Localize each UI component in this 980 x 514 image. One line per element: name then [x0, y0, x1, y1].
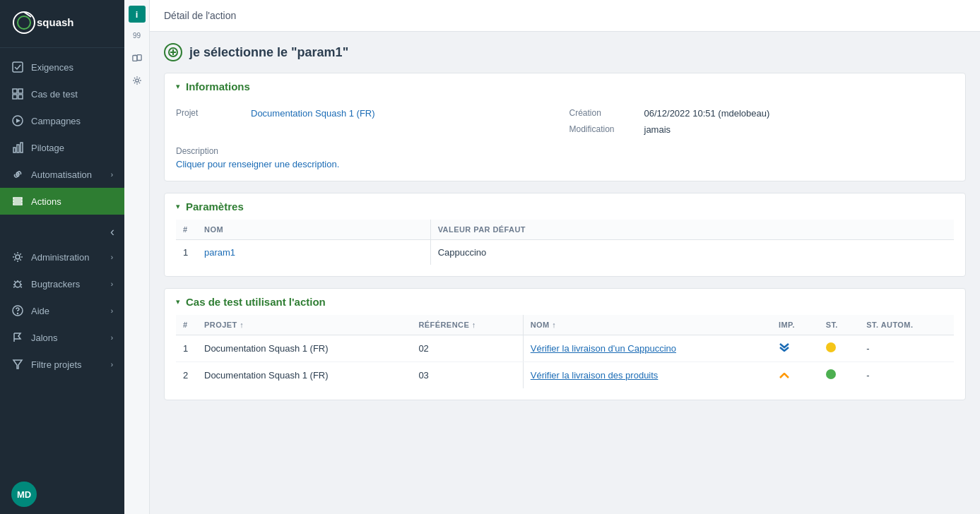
- svg-point-0: [13, 12, 35, 33]
- ct-row1-link[interactable]: Vérifier la livraison d'un Cappuccino: [531, 343, 676, 354]
- bugtrackers-arrow: ›: [111, 280, 113, 288]
- action-title-row: je sélectionne le "param1": [164, 43, 966, 61]
- parametres-table: # NOM VALEUR PAR DÉFAUT 1 param1 Cappucc…: [176, 220, 954, 265]
- settings-icon: [11, 251, 24, 263]
- svg-rect-23: [137, 55, 141, 61]
- gear2-icon-btn[interactable]: [127, 71, 147, 90]
- param-row-valeur: Cappuccino: [430, 240, 954, 265]
- svg-rect-14: [13, 198, 22, 199]
- bar-chart-icon: [11, 141, 24, 154]
- section-informations-title: Informations: [186, 80, 250, 92]
- info-grid: Projet Documentation Squash 1 (FR) Créat…: [176, 108, 954, 135]
- collapse-arrow-icon: ‹: [110, 225, 114, 239]
- creation-label: Création: [569, 108, 633, 118]
- link2-icon-btn[interactable]: [127, 48, 147, 68]
- svg-point-1: [18, 16, 30, 29]
- svg-rect-4: [13, 62, 23, 72]
- action-title: je sélectionne le "param1": [189, 45, 348, 60]
- sidebar-item-aide[interactable]: Aide ›: [0, 297, 124, 324]
- param-row-num: 1: [176, 240, 197, 265]
- info-project-row: Projet Documentation Squash 1 (FR): [176, 108, 561, 135]
- ct-col-imp: IMP.: [772, 315, 819, 335]
- sidebar-item-exigences-label: Exigences: [31, 62, 73, 73]
- sidebar-item-actions-label: Actions: [31, 196, 61, 207]
- count-icon-btn[interactable]: 99: [127, 25, 147, 45]
- svg-rect-22: [132, 56, 136, 61]
- info-right-col: Création 06/12/2022 10:51 (mdelobeau) Mo…: [569, 108, 955, 135]
- ct-row2-nom: Vérifier la livraison des produits: [523, 362, 772, 389]
- filtre-projets-arrow: ›: [111, 361, 113, 369]
- svg-rect-5: [13, 89, 17, 93]
- project-link[interactable]: Documentation Squash 1 (FR): [251, 108, 375, 119]
- project-value: Documentation Squash 1 (FR): [251, 108, 375, 119]
- section-cas-de-test: ▾ Cas de test utilisant l'action # PROJE…: [164, 288, 966, 400]
- sidebar-item-administration[interactable]: Administration ›: [0, 244, 124, 270]
- status-green-dot: [826, 369, 836, 379]
- svg-point-20: [18, 313, 18, 314]
- sidebar-item-bugtrackers[interactable]: Bugtrackers ›: [0, 270, 124, 297]
- ct-row1-projet: Documentation Squash 1 (FR): [197, 335, 411, 362]
- avatar[interactable]: MD: [11, 482, 37, 507]
- sidebar-item-pilotage[interactable]: Pilotage: [0, 134, 124, 161]
- add-icon-btn[interactable]: [164, 43, 182, 61]
- ct-row2-imp: [772, 362, 819, 389]
- section-cas-de-test-title: Cas de test utilisant l'action: [186, 296, 326, 308]
- icon-column: i 99: [124, 0, 150, 514]
- sidebar-item-actions[interactable]: Actions: [0, 188, 124, 215]
- svg-point-25: [135, 79, 138, 82]
- ct-col-nom[interactable]: NOM ↑: [523, 315, 772, 335]
- circle-play-icon: [11, 114, 24, 127]
- param-col-num: #: [176, 220, 197, 240]
- svg-point-17: [16, 255, 20, 259]
- sidebar-item-jalons-label: Jalons: [31, 333, 58, 343]
- svg-text:squash: squash: [37, 16, 74, 28]
- ct-row2-st: [819, 362, 860, 389]
- ct-row1-st: [819, 335, 860, 362]
- sidebar-item-pilotage-label: Pilotage: [31, 143, 64, 153]
- ct-col-reference[interactable]: RÉFÉRENCE ↑: [411, 315, 523, 335]
- description-label: Description: [176, 146, 954, 156]
- sidebar-item-automatisation[interactable]: Automatisation ›: [0, 161, 124, 188]
- sidebar-item-administration-label: Administration: [31, 252, 89, 263]
- section-parametres-header[interactable]: ▾ Paramètres: [165, 193, 965, 220]
- sidebar-item-jalons[interactable]: Jalons ›: [0, 324, 124, 351]
- grid-icon: [11, 88, 24, 100]
- svg-rect-7: [13, 95, 17, 99]
- priority-medium-icon: [779, 370, 790, 381]
- link-icon: [11, 168, 24, 181]
- param-col-nom: NOM: [197, 220, 430, 240]
- ct-row1-reference: 02: [411, 335, 523, 362]
- help-circle-icon: [11, 304, 24, 317]
- section-cas-de-test-body: # PROJET ↑ RÉFÉRENCE ↑ NOM ↑ IMP. ST. ST…: [165, 315, 965, 400]
- sort-nom-icon: ↑: [552, 321, 556, 329]
- collapse-item[interactable]: ‹: [0, 220, 124, 244]
- sidebar-item-exigences[interactable]: Exigences: [0, 54, 124, 80]
- main-content: Détail de l'action je sélectionne le "pa…: [150, 0, 980, 514]
- sidebar-item-campagnes[interactable]: Campagnes: [0, 107, 124, 134]
- table-row: 1 Documentation Squash 1 (FR) 02 Vérifie…: [176, 335, 954, 362]
- logo[interactable]: squash: [0, 0, 124, 48]
- sort-reference-icon: ↑: [472, 321, 476, 329]
- sidebar-item-cas-de-test[interactable]: Cas de test: [0, 80, 124, 107]
- priority-low-icon: [779, 343, 790, 352]
- section-informations: ▾ Informations Projet Documentation Squa…: [164, 73, 966, 181]
- sidebar-item-aide-label: Aide: [31, 306, 49, 316]
- info-creation: Création 06/12/2022 10:51 (mdelobeau): [569, 108, 955, 119]
- description-section: Description Cliquer pour renseigner une …: [176, 146, 954, 169]
- ct-row2-link[interactable]: Vérifier la livraison des produits: [531, 370, 659, 381]
- sidebar-nav: Exigences Cas de test Campagnes Pilotage…: [0, 48, 124, 474]
- section-parametres-title: Paramètres: [186, 201, 244, 213]
- ct-row2-reference: 03: [411, 362, 523, 389]
- section-cas-de-test-header[interactable]: ▾ Cas de test utilisant l'action: [165, 289, 965, 315]
- sort-projet-icon: ↑: [240, 321, 244, 329]
- ct-col-projet[interactable]: PROJET ↑: [197, 315, 411, 335]
- section-parametres: ▾ Paramètres # NOM VALEUR PAR DÉFAUT 1: [164, 193, 966, 277]
- section-parametres-body: # NOM VALEUR PAR DÉFAUT 1 param1 Cappucc…: [165, 220, 965, 276]
- chevron-parametres-icon: ▾: [176, 202, 180, 211]
- project-label: Projet: [176, 108, 240, 118]
- info-icon-btn[interactable]: i: [129, 6, 146, 23]
- sidebar-item-filtre-projets[interactable]: Filtre projets ›: [0, 351, 124, 378]
- description-placeholder[interactable]: Cliquer pour renseigner une description.: [176, 159, 954, 169]
- section-informations-header[interactable]: ▾ Informations: [165, 73, 965, 100]
- svg-rect-16: [13, 203, 22, 205]
